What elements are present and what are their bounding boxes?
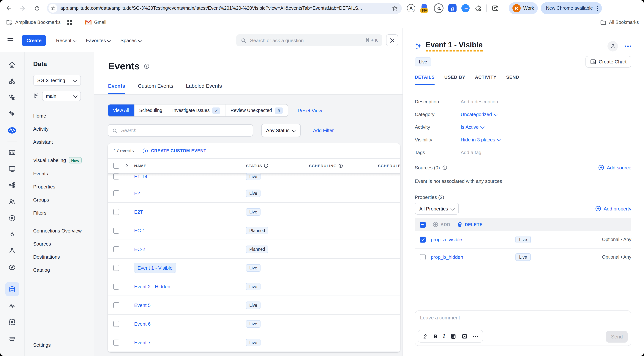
table-row[interactable]: Event 6 Live bbox=[108, 315, 400, 333]
add-filter-link[interactable]: Add Filter bbox=[313, 128, 334, 133]
table-row[interactable]: EC-1 Planned bbox=[108, 221, 400, 240]
row-checkbox[interactable] bbox=[113, 246, 119, 252]
view-filter-view-all[interactable]: View All bbox=[108, 104, 134, 116]
journeys-icon[interactable] bbox=[5, 331, 19, 345]
dashboard-chart-icon[interactable] bbox=[5, 145, 19, 159]
comment-box[interactable]: Leave a comment B I Send bbox=[415, 310, 631, 346]
avatar-button[interactable] bbox=[608, 41, 618, 51]
bold-icon[interactable]: B bbox=[434, 333, 438, 339]
refresh-button[interactable] bbox=[31, 3, 42, 14]
page-info-icon[interactable] bbox=[144, 63, 150, 69]
zoom-extension-icon[interactable]: zm bbox=[462, 4, 470, 12]
global-search-input[interactable] bbox=[249, 37, 366, 44]
menu-spaces[interactable]: Spaces bbox=[120, 38, 142, 43]
sidebar-item-settings[interactable]: Settings bbox=[33, 342, 51, 348]
view-filter-review-unexpected[interactable]: Review Unexpected5 bbox=[225, 104, 288, 116]
sidebar-item-filters[interactable]: Filters bbox=[33, 206, 94, 219]
column-name[interactable]: NAME bbox=[134, 163, 146, 168]
row-checkbox[interactable] bbox=[113, 227, 119, 233]
property-name-link[interactable]: prop_b_hidden bbox=[431, 254, 463, 260]
sidebar-item-events[interactable]: Events bbox=[33, 167, 94, 180]
shapes-icon[interactable] bbox=[5, 74, 19, 88]
row-checkbox[interactable] bbox=[113, 339, 119, 345]
more-options-icon[interactable] bbox=[624, 45, 631, 47]
tab-events[interactable]: Events bbox=[108, 83, 125, 94]
panel-tab-activity[interactable]: ACTIVITY bbox=[475, 75, 496, 85]
property-checkbox[interactable] bbox=[420, 236, 426, 242]
sidebar-item-groups[interactable]: Groups bbox=[33, 193, 94, 206]
forward-button[interactable] bbox=[17, 3, 28, 14]
event-name-link[interactable]: E2T bbox=[134, 209, 143, 215]
column-status[interactable]: STATUS bbox=[246, 163, 268, 168]
url-bar[interactable]: app.amplitude.com/data/amplitude/SG-3%20… bbox=[47, 3, 402, 14]
bookmark-folder-amplitude[interactable]: Amplitude Bookmarks bbox=[6, 19, 60, 26]
add-property-link[interactable]: Add property bbox=[595, 206, 631, 212]
panel-tab-send[interactable]: SEND bbox=[506, 75, 519, 85]
events-search-input[interactable] bbox=[120, 127, 248, 134]
send-comment-button[interactable]: Send bbox=[606, 331, 628, 342]
category-dropdown[interactable]: Uncategorized bbox=[461, 111, 498, 117]
reset-view-link[interactable]: Reset View bbox=[298, 108, 322, 113]
workflow-icon[interactable] bbox=[5, 178, 19, 192]
tab-custom-events[interactable]: Custom Events bbox=[138, 83, 173, 94]
activity-dropdown[interactable]: Is Active bbox=[461, 124, 484, 130]
screen-icon[interactable] bbox=[5, 161, 19, 176]
view-filter-investigate-issues[interactable]: Investigate Issues✓ bbox=[167, 104, 225, 116]
sidebar-item-home[interactable]: Home bbox=[33, 109, 94, 122]
event-name-link[interactable]: Event 6 bbox=[134, 321, 150, 326]
flame-icon[interactable] bbox=[5, 227, 19, 241]
sidebar-item-catalog[interactable]: Catalog bbox=[33, 263, 94, 277]
event-name-link[interactable]: Event 1 - Visible bbox=[134, 263, 176, 272]
tab-search-panel-icon[interactable] bbox=[492, 5, 499, 12]
create-button[interactable]: Create bbox=[22, 35, 46, 46]
sidebar-item-destinations[interactable]: Destinations bbox=[33, 250, 94, 263]
tags-placeholder[interactable]: Add a tag bbox=[461, 149, 481, 155]
expand-all-icon[interactable] bbox=[125, 164, 128, 167]
profile-chip[interactable]: R Work bbox=[509, 2, 538, 14]
browser-menu-icon[interactable] bbox=[596, 5, 599, 12]
adblocker-extension-icon[interactable]: 156 bbox=[420, 4, 429, 13]
property-name-link[interactable]: prop_a_visible bbox=[431, 237, 462, 242]
extensions-puzzle-icon[interactable] bbox=[474, 5, 482, 12]
row-checkbox[interactable] bbox=[113, 209, 119, 215]
experiment-flask-icon[interactable] bbox=[5, 244, 19, 258]
table-row[interactable]: E2 Live bbox=[108, 184, 400, 203]
table-row[interactable]: Event 7 Live bbox=[108, 333, 400, 352]
menu-recent[interactable]: Recent bbox=[56, 38, 76, 43]
data-database-icon[interactable] bbox=[5, 282, 19, 296]
sidebar-item-properties[interactable]: Properties bbox=[33, 180, 94, 193]
event-name-link[interactable]: EC-1 bbox=[134, 228, 145, 233]
event-name-link[interactable]: E2 bbox=[134, 190, 140, 196]
sidebar-item-activity[interactable]: Activity bbox=[33, 122, 94, 135]
row-checkbox[interactable] bbox=[113, 265, 119, 271]
apps-grid-icon[interactable] bbox=[66, 20, 72, 25]
all-bookmarks-button[interactable]: All Bookmarks bbox=[600, 19, 639, 26]
project-select[interactable]: SG-3 Testing bbox=[33, 75, 81, 86]
site-settings-icon[interactable] bbox=[48, 4, 58, 13]
event-name-link[interactable]: Event 7 bbox=[134, 339, 150, 345]
event-name-link[interactable]: Event 5 bbox=[134, 302, 150, 308]
panel-tab-used-by[interactable]: USED BY bbox=[444, 75, 465, 85]
properties-select-all-checkbox[interactable] bbox=[420, 222, 426, 227]
sidebar-item-connections-overview[interactable]: Connections Overview bbox=[33, 224, 94, 237]
table-row[interactable]: Event 5 Live bbox=[108, 296, 400, 315]
mention-icon[interactable] bbox=[422, 333, 428, 339]
description-placeholder[interactable]: Add a description bbox=[461, 99, 498, 104]
row-checkbox[interactable] bbox=[113, 321, 119, 327]
signals-pulse-icon[interactable] bbox=[5, 298, 19, 313]
table-row[interactable]: EC-2 Planned bbox=[108, 240, 400, 259]
column-scheduling[interactable]: SCHEDULING bbox=[309, 163, 343, 168]
events-search[interactable] bbox=[108, 124, 253, 137]
visibility-dropdown[interactable]: Hide in 3 places bbox=[461, 137, 501, 142]
italic-icon[interactable]: I bbox=[443, 333, 445, 339]
event-title[interactable]: Event 1 - Visible bbox=[426, 41, 483, 52]
tab-labeled-events[interactable]: Labeled Events bbox=[186, 83, 222, 94]
branch-select[interactable]: main bbox=[42, 91, 81, 101]
row-checkbox[interactable] bbox=[113, 283, 119, 289]
panel-tab-details[interactable]: DETAILS bbox=[415, 75, 435, 85]
table-row[interactable]: Event 1 - Visible Live bbox=[108, 259, 400, 277]
password-manager-extension-icon[interactable] bbox=[434, 3, 444, 13]
create-custom-event-button[interactable]: CREATE CUSTOM EVENT bbox=[143, 148, 206, 153]
bookmark-gmail[interactable]: Gmail bbox=[85, 20, 106, 25]
select-all-checkbox[interactable] bbox=[113, 163, 119, 169]
